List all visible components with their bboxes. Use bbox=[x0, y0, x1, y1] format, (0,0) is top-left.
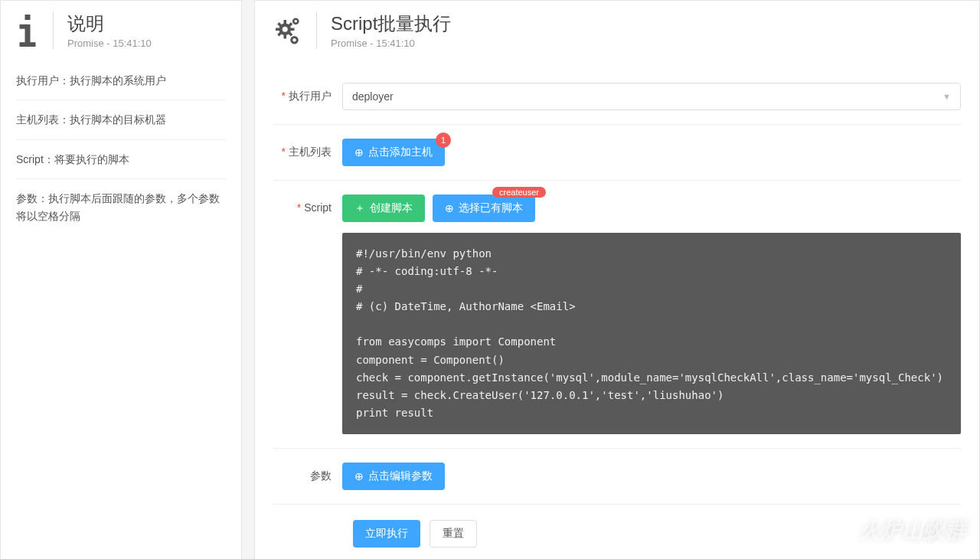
svg-rect-8 bbox=[290, 28, 294, 31]
reset-button[interactable]: 重置 bbox=[430, 520, 477, 548]
sidebar-title: 说明 bbox=[67, 11, 152, 36]
main-header: Script批量执行 Promise - 15:41:10 bbox=[255, 1, 979, 61]
row-host-list: *主机列表 ⊕ 点击添加主机 1 bbox=[273, 125, 961, 181]
svg-point-15 bbox=[295, 20, 298, 23]
label-execute-user: 执行用户 bbox=[289, 90, 332, 102]
main-panel: Script批量执行 Promise - 15:41:10 *执行用户 depl… bbox=[254, 0, 980, 559]
row-params: 参数 ⊕ 点击编辑参数 bbox=[273, 449, 961, 505]
sidebar-subtitle: Promise - 15:41:10 bbox=[67, 38, 152, 49]
select-script-button[interactable]: ⊕ 选择已有脚本 createuser bbox=[433, 195, 535, 222]
script-name-badge: createuser bbox=[492, 187, 546, 198]
svg-point-17 bbox=[292, 38, 296, 41]
label-host-list: 主机列表 bbox=[289, 145, 332, 158]
page-subtitle: Promise - 15:41:10 bbox=[331, 38, 451, 49]
gears-icon bbox=[270, 15, 302, 51]
svg-point-13 bbox=[283, 27, 288, 32]
svg-rect-0 bbox=[25, 15, 31, 20]
plus-icon: ＋ bbox=[354, 201, 365, 215]
select-execute-user[interactable]: deployer ▼ bbox=[342, 83, 961, 110]
execute-button[interactable]: 立即执行 bbox=[353, 520, 420, 548]
zoom-icon: ⊕ bbox=[445, 202, 454, 214]
select-value: deployer bbox=[352, 90, 394, 103]
sidebar-panel: 说明 Promise - 15:41:10 执行用户：执行脚本的系统用户 主机列… bbox=[0, 0, 242, 559]
host-count-badge: 1 bbox=[436, 132, 451, 148]
svg-rect-3 bbox=[20, 42, 36, 47]
row-execute-user: *执行用户 deployer ▼ bbox=[273, 69, 961, 125]
svg-rect-2 bbox=[20, 25, 27, 29]
label-params: 参数 bbox=[310, 469, 332, 482]
script-code-block[interactable]: #!/usr/bin/env python # -*- coding:utf-8… bbox=[342, 233, 961, 434]
zoom-icon: ⊕ bbox=[354, 146, 364, 159]
create-script-button[interactable]: ＋ 创建脚本 bbox=[342, 195, 425, 222]
row-script: *Script ＋ 创建脚本 ⊕ 选择已有脚本 createuser #! bbox=[273, 181, 961, 449]
chevron-down-icon: ▼ bbox=[942, 92, 951, 101]
edit-params-button[interactable]: ⊕ 点击编辑参数 bbox=[342, 463, 445, 490]
label-script: Script bbox=[304, 201, 332, 214]
form-actions: 立即执行 重置 bbox=[273, 505, 961, 548]
zoom-icon: ⊕ bbox=[354, 470, 364, 482]
sidebar-item: 主机列表：执行脚本的目标机器 bbox=[16, 100, 226, 139]
sidebar-item: 执行用户：执行脚本的系统用户 bbox=[16, 61, 226, 100]
info-icon bbox=[16, 15, 39, 51]
svg-rect-6 bbox=[284, 34, 287, 38]
sidebar-item: 参数：执行脚本后面跟随的参数，多个参数将以空格分隔 bbox=[16, 179, 226, 235]
svg-rect-5 bbox=[284, 20, 287, 24]
sidebar-header: 说明 Promise - 15:41:10 bbox=[1, 1, 241, 61]
svg-rect-7 bbox=[276, 28, 279, 31]
add-host-button[interactable]: ⊕ 点击添加主机 1 bbox=[342, 139, 445, 166]
page-title: Script批量执行 bbox=[331, 11, 451, 36]
sidebar-item: Script：将要执行的脚本 bbox=[16, 140, 226, 179]
